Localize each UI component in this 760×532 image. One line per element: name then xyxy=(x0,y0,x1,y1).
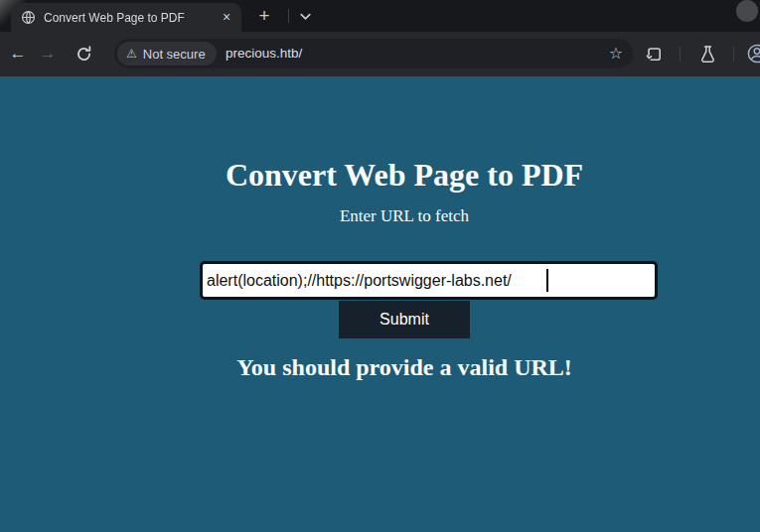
page-title: Convert Web Page to PDF xyxy=(0,157,760,194)
active-tab[interactable]: Convert Web Page to PDF × xyxy=(11,3,241,32)
warning-triangle-icon: ⚠ xyxy=(126,47,137,61)
flask-icon[interactable] xyxy=(698,45,717,64)
submit-button[interactable]: Submit xyxy=(339,301,470,338)
restore-square-arrow-icon[interactable] xyxy=(645,45,664,64)
profile-avatar-icon[interactable] xyxy=(747,44,760,64)
window-control-circle[interactable] xyxy=(736,0,758,22)
globe-icon xyxy=(21,10,36,25)
url-text[interactable]: precious.htb/ xyxy=(226,39,302,68)
text-caret xyxy=(546,269,548,292)
chevron-down-icon[interactable] xyxy=(297,8,314,25)
url-input[interactable] xyxy=(200,261,658,300)
address-bar[interactable]: ⚠ Not secure precious.htb/ ☆ xyxy=(114,39,633,68)
tabstrip-divider xyxy=(288,9,289,23)
toolbar-divider xyxy=(680,47,681,62)
page-subtitle: Enter URL to fetch xyxy=(0,206,760,226)
reload-icon[interactable] xyxy=(76,46,92,63)
security-label: Not secure xyxy=(143,47,206,62)
security-chip[interactable]: ⚠ Not secure xyxy=(117,42,217,66)
toolbar-divider xyxy=(733,47,734,62)
new-tab-button[interactable]: + xyxy=(252,4,276,28)
bookmark-star-icon[interactable]: ☆ xyxy=(609,39,623,68)
forward-button: → xyxy=(37,32,59,76)
back-button[interactable]: ← xyxy=(7,32,29,76)
browser-toolbar: ← → ⚠ Not secure precious.htb/ ☆ xyxy=(0,32,760,76)
tab-close-icon[interactable]: × xyxy=(218,9,235,27)
error-message: You should provide a valid URL! xyxy=(0,354,760,381)
tab-title: Convert Web Page to PDF xyxy=(44,11,218,25)
page-viewport: Convert Web Page to PDF Enter URL to fet… xyxy=(0,76,760,532)
tab-strip: Convert Web Page to PDF × + xyxy=(0,0,760,32)
